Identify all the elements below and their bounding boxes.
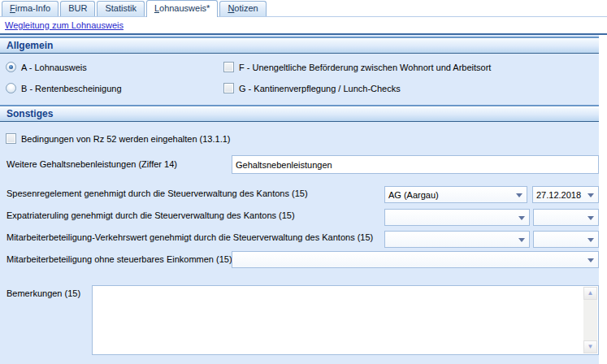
- checkbox-label: F - Unengeltliche Beförderung zwischen W…: [239, 63, 491, 72]
- dropdown-arrow-icon: [518, 216, 525, 220]
- tab-label: BUR: [68, 2, 87, 15]
- radio-label: B - Rentenbescheinigung: [21, 84, 122, 93]
- checkbox-icon: [223, 62, 234, 72]
- tab-label: Firma-Info: [10, 2, 50, 15]
- checkbox-rz52[interactable]: Bedingungen von Rz 52 werden eingehalten…: [6, 133, 230, 144]
- mitarbeiterbeteiligung-datum-combo[interactable]: [533, 231, 599, 248]
- tab-bar: Firma-Info BUR Statistik Lohnausweis* No…: [0, 0, 607, 17]
- bemerkungen-textarea[interactable]: [93, 286, 583, 354]
- tab-firma-info[interactable]: Firma-Info: [2, 1, 59, 16]
- dropdown-arrow-icon: [587, 238, 594, 242]
- checkbox-g-kantinenverpflegung[interactable]: G - Kantinenverpflegung / Lunch-Checks: [223, 83, 401, 93]
- bemerkungen-label: Bemerkungen (15): [7, 288, 80, 299]
- dropdown-arrow-icon: [587, 258, 594, 262]
- wegleitung-link[interactable]: Wegleitung zum Lohnausweis: [5, 20, 124, 30]
- section-header-allgemein: Allgemein: [0, 37, 599, 54]
- expatriateruling-label: Expatriateruling genehmigt durch die Ste…: [7, 210, 295, 221]
- radio-label: A - Lohnausweis: [21, 63, 87, 72]
- mitarbeiterbeteiligung-verkehrswert-label: Mitarbeiterbeteiligung-Verkehrswert gene…: [7, 232, 373, 243]
- link-bar: Wegleitung zum Lohnausweis: [0, 17, 607, 35]
- radio-b-rentenbescheinigung[interactable]: B - Rentenbescheinigung: [6, 83, 122, 93]
- mitarbeiterbeteiligung-kanton-combo[interactable]: [384, 231, 530, 248]
- mitarbeiterbeteiligung-ohne-label: Mitarbeiterbeteiligung ohne steuerbares …: [7, 254, 232, 265]
- tab-label: Notizen: [228, 2, 258, 15]
- mitarbeiterbeteiligung-ohne-combo[interactable]: [232, 251, 599, 268]
- expatriateruling-datum-combo[interactable]: [533, 209, 599, 226]
- dropdown-arrow-icon: [518, 238, 525, 242]
- radio-selected-icon: [6, 62, 16, 72]
- radio-unselected-icon: [6, 83, 16, 93]
- tab-statistik[interactable]: Statistik: [97, 1, 145, 16]
- memo-scrollbar[interactable]: ▲ ▼: [583, 287, 597, 353]
- spesenregelement-label: Spesenregelement genehmigt durch die Ste…: [7, 188, 308, 199]
- weitere-gehaltsnebenleistungen-label: Weitere Gehaltsnebenleistungen (Ziffer 1…: [7, 159, 177, 170]
- checkbox-f-befoerderung[interactable]: F - Unengeltliche Beförderung zwischen W…: [223, 62, 491, 72]
- bemerkungen-memo: ▲ ▼: [92, 285, 599, 355]
- scroll-up-icon[interactable]: ▲: [583, 287, 597, 300]
- dropdown-arrow-icon: [516, 193, 522, 197]
- lohnausweis-window: Firma-Info BUR Statistik Lohnausweis* No…: [0, 0, 607, 364]
- section-header-sonstiges: Sonstiges: [0, 105, 599, 122]
- checkbox-label: Bedingungen von Rz 52 werden eingehalten…: [21, 134, 230, 144]
- dropdown-arrow-icon: [587, 216, 594, 220]
- spesenregelement-kanton-combo[interactable]: AG (Aargau): [384, 186, 527, 203]
- combo-value: AG (Aargau): [388, 190, 439, 200]
- tab-lohnausweis[interactable]: Lohnausweis*: [146, 0, 219, 17]
- tab-bur[interactable]: BUR: [60, 1, 95, 16]
- checkbox-label: G - Kantinenverpflegung / Lunch-Checks: [239, 84, 401, 93]
- combo-value: 27.12.2018: [536, 190, 581, 200]
- spesenregelement-datum-combo[interactable]: 27.12.2018: [532, 186, 599, 203]
- tab-label: Statistik: [105, 2, 137, 15]
- checkbox-icon: [6, 133, 16, 144]
- tab-notizen[interactable]: Notizen: [219, 1, 266, 16]
- scroll-down-icon[interactable]: ▼: [583, 340, 597, 353]
- expatriateruling-kanton-combo[interactable]: [384, 209, 530, 226]
- checkbox-icon: [223, 83, 234, 93]
- tab-label: Lohnausweis*: [154, 1, 210, 16]
- dropdown-arrow-icon: [587, 193, 594, 197]
- weitere-gehaltsnebenleistungen-input[interactable]: [232, 155, 599, 174]
- radio-a-lohnausweis[interactable]: A - Lohnausweis: [6, 62, 87, 72]
- form-panel: Allgemein A - Lohnausweis B - Rentenbesc…: [0, 35, 599, 364]
